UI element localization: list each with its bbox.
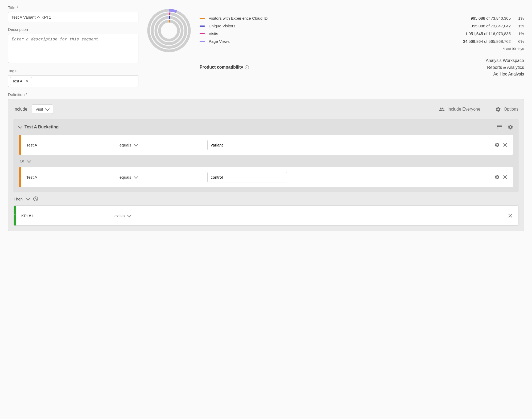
compat-item: Ad Hoc Analysis <box>486 71 524 78</box>
rule-row[interactable]: ⋮⋮ Test A equals <box>19 135 513 155</box>
rule-operator-value: exists <box>114 213 125 218</box>
legend-percent: 1% <box>514 16 524 20</box>
chevron-down-icon[interactable] <box>18 124 22 128</box>
rule-dimension: Test A <box>26 175 117 179</box>
legend-swatch <box>200 26 205 27</box>
rule-group: Test A Bucketing ⋮⋮ Test A equals <box>14 119 518 192</box>
include-label: Include <box>14 107 27 112</box>
drag-handle[interactable]: ⋮⋮ <box>14 206 16 225</box>
gear-icon <box>495 106 501 112</box>
svg-point-6 <box>159 21 178 40</box>
legend-row: Visits1,051,545 of 116,073,8351% <box>200 31 524 36</box>
chevron-down-icon <box>134 142 138 147</box>
rule-value-input[interactable] <box>207 172 287 182</box>
rule-row[interactable]: ⋮⋮ Test A equals <box>19 167 513 187</box>
group-name: Test A Bucketing <box>24 125 59 129</box>
chevron-down-icon <box>45 106 50 111</box>
description-input[interactable] <box>8 34 138 63</box>
legend-label: Visitors with Experience Cloud ID <box>209 16 467 20</box>
rule-dimension: KPI #1 <box>21 213 112 218</box>
legend-value: 1,051,545 of 116,073,835 <box>465 31 511 36</box>
drag-handle[interactable]: ⋮⋮ <box>19 135 21 155</box>
legend-row: Visitors with Experience Cloud ID995,088… <box>200 16 524 20</box>
rule-row[interactable]: ⋮⋮ KPI #1 exists <box>14 206 518 226</box>
chevron-down-icon[interactable] <box>26 196 30 201</box>
legend-percent: 1% <box>514 24 524 28</box>
chevron-down-icon <box>127 213 132 217</box>
legend-swatch <box>200 41 205 42</box>
legend-note: *Last 90 days <box>200 47 524 51</box>
legend-label: Visits <box>209 31 461 36</box>
description-label: Description <box>8 27 138 32</box>
info-icon[interactable]: i <box>245 65 249 69</box>
legend-value: 995,088 of 73,847,042 <box>471 24 511 28</box>
drag-handle[interactable]: ⋮⋮ <box>19 167 21 187</box>
options-button[interactable]: Options <box>495 106 518 112</box>
svg-point-2 <box>152 14 186 47</box>
compat-item: Reports & Analytics <box>486 64 524 71</box>
rule-operator-value: equals <box>119 143 131 147</box>
legend-label: Unique Visitors <box>209 24 467 28</box>
tag-chip-label: Test A <box>12 79 22 83</box>
clock-icon[interactable] <box>33 196 38 201</box>
legend-percent: 6% <box>514 39 524 44</box>
tags-input[interactable]: Test A <box>8 75 138 87</box>
tag-chip[interactable]: Test A <box>10 77 32 85</box>
window-icon[interactable] <box>497 125 502 129</box>
title-input[interactable] <box>8 12 138 22</box>
tags-label: Tags <box>8 69 138 73</box>
definition-label: Definition <box>8 92 524 97</box>
legend-swatch <box>200 33 205 34</box>
legend-percent: 1% <box>514 31 524 36</box>
close-icon[interactable] <box>502 142 508 148</box>
include-everyone-label: Include Everyone <box>447 107 480 112</box>
options-label: Options <box>504 107 518 112</box>
gear-icon[interactable] <box>494 174 500 180</box>
then-operator-select[interactable]: Then <box>14 197 23 201</box>
rule-dimension: Test A <box>26 143 117 147</box>
rule-operator-select[interactable]: exists <box>114 213 200 218</box>
product-compat-label: Product compatibility <box>200 65 243 70</box>
chevron-down-icon <box>134 174 138 179</box>
level-select-value: Visit <box>36 107 43 111</box>
segment-preview-donut <box>146 8 192 53</box>
rule-operator-select[interactable]: equals <box>119 175 205 179</box>
legend-swatch <box>200 18 205 19</box>
chevron-down-icon[interactable] <box>27 158 31 163</box>
legend-value: 995,088 of 73,840,305 <box>471 16 511 20</box>
title-label: Title <box>8 5 138 10</box>
rule-operator-select[interactable]: equals <box>119 143 205 147</box>
gear-icon[interactable] <box>508 124 513 130</box>
legend-row: Unique Visitors995,088 of 73,847,0421% <box>200 24 524 28</box>
people-icon <box>439 106 445 112</box>
legend-value: 34,569,864 of 565,868,762 <box>463 39 511 44</box>
close-icon[interactable] <box>502 174 508 180</box>
definition-container: Include Visit Include Everyone Options T… <box>8 99 524 231</box>
include-everyone-button[interactable]: Include Everyone <box>439 106 480 112</box>
rule-value-input[interactable] <box>207 140 287 150</box>
legend-row: Page Views34,569,864 of 565,868,7626% <box>200 39 524 44</box>
or-operator-select[interactable]: Or <box>20 159 24 163</box>
legend-label: Page Views <box>209 39 459 44</box>
close-icon[interactable] <box>26 79 29 83</box>
compat-item: Analysis Workspace <box>486 57 524 64</box>
close-icon[interactable] <box>508 213 513 218</box>
rule-operator-value: equals <box>119 175 131 179</box>
level-select[interactable]: Visit <box>32 104 53 114</box>
gear-icon[interactable] <box>494 142 500 148</box>
